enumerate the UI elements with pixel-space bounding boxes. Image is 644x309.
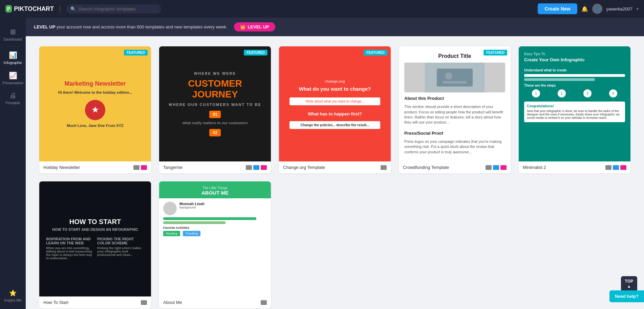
level-up-btn-label: LEVEL UP [248, 24, 269, 29]
username-label: yawerka2007 [606, 6, 632, 12]
thumb-minimalist-step2: 2 [558, 89, 566, 97]
thumb-changeorg-content: change.org What do you want to change? W… [279, 46, 391, 161]
thumb-aboutme-profile-row: Monnah Lisah Background [163, 202, 267, 215]
blue-icon-tangerine [253, 165, 259, 170]
thumb-holiday-sub: Hi there! Welcome to the holiday edition… [58, 90, 132, 94]
top-button[interactable]: TOP ▲ [621, 276, 637, 292]
template-card-holiday-newsletter[interactable]: FEATURED Marketing Newsletter Hi there! … [39, 46, 151, 173]
sidebar-item-inspire[interactable]: ⭐ Inspire Me [4, 289, 21, 302]
template-card-howto[interactable]: HOW TO START HOW TO START AND DESIGN AN … [39, 181, 151, 308]
sidebar-item-infographic[interactable]: 📊 Infographic [0, 48, 26, 68]
thumb-howto-col1-title: INSPIRATION FROM AND LEARN ON THE WEB [46, 237, 93, 245]
featured-badge-tangerine: FEATURED [244, 50, 267, 56]
svg-rect-1 [437, 69, 473, 87]
template-thumb-holiday: FEATURED Marketing Newsletter Hi there! … [39, 46, 151, 161]
template-card-crowdfunding[interactable]: FEATURED Product Title About this Produc… [399, 46, 511, 173]
thumb-crowdfunding-about: About this Product [404, 96, 444, 101]
avatar-icon: 👤 [595, 6, 600, 12]
thumb-howto-content: HOW TO START HOW TO START AND DESIGN AN … [39, 181, 151, 296]
thumb-aboutme-activities: Reading Traveling [163, 231, 267, 236]
level-up-button[interactable]: 👑 LEVEL UP [234, 22, 275, 31]
logo[interactable]: P PIKTOCHART [5, 5, 54, 13]
thumb-minimalist-steps-row: 1 2 3 4 [524, 89, 625, 97]
dashboard-icon: ⊞ [10, 28, 16, 36]
template-name-changeorg: Change.org Template [283, 165, 325, 170]
template-icons-holiday [133, 165, 147, 170]
sidebar-item-presentation[interactable]: 📈 Presentation [0, 68, 26, 88]
thumb-aboutme-header: The Little Things ABOUT ME [159, 181, 271, 198]
thumb-howto-col2-title: PICKING THE RIGHT COLOR SCHEME [97, 237, 144, 245]
thumb-tangerine-main: CUSTOMER JOURNEY [165, 78, 265, 100]
template-card-tangerine[interactable]: FEATURED WHERE WE WERE CUSTOMER JOURNEY … [159, 46, 271, 173]
template-name-holiday: Holiday Newsletter [43, 165, 80, 170]
sidebar-item-printable[interactable]: 🖨 Printable [0, 88, 26, 108]
thumb-crowdfunding-content: Product Title About this Product This se… [399, 46, 511, 161]
top-label: TOP [625, 279, 633, 284]
presentation-icon: 📈 [9, 71, 17, 80]
template-icons-crowdfunding [486, 165, 507, 170]
level-up-icon: 👑 [240, 24, 245, 29]
blue-icon-minimalist2 [613, 165, 619, 170]
template-name-tangerine: Tangerine [163, 165, 183, 170]
pink-icon-crowdfunding [500, 165, 507, 170]
template-icons-changeorg [381, 165, 387, 170]
thumb-crowdfunding-press: Press/Social Proof [404, 131, 443, 136]
template-icons-tangerine [246, 165, 267, 170]
thumb-aboutme-name: Monnah Lisah [179, 202, 267, 206]
thumb-changeorg-box2: Change the policies... describe the resu… [289, 121, 380, 129]
template-icons-aboutme [261, 300, 267, 305]
sidebar-item-dashboard[interactable]: ⊞ Dashboard [0, 24, 26, 45]
thumb-minimalist-content: Easy Tips To Create Your Own Infographic… [519, 46, 630, 161]
infographic-icon: 📊 [9, 51, 17, 59]
template-footer-changeorg: Change.org Template [279, 161, 391, 173]
nav-divider: | [59, 5, 61, 13]
pink-icon-holiday [141, 165, 147, 170]
need-help-button[interactable]: Need help? [609, 290, 644, 302]
banner-plain: your account now and access more than 60… [57, 24, 227, 29]
thumb-aboutme-title: ABOUT ME [162, 190, 268, 196]
thumb-minimalist-bar2 [524, 78, 595, 81]
banner-text: LEVEL UP your account now and access mor… [34, 24, 227, 29]
main-content: LEVEL UP your account now and access mor… [26, 18, 644, 309]
level-up-banner: LEVEL UP your account now and access mor… [26, 18, 644, 36]
templates-grid-row1: FEATURED Marketing Newsletter Hi there! … [39, 46, 630, 173]
printable-icon: 🖨 [9, 92, 16, 100]
navbar-right: Create New 🔔 👤 yawerka2007 ▾ [538, 3, 639, 14]
template-card-minimalist2[interactable]: Easy Tips To Create Your Own Infographic… [519, 46, 630, 173]
thumb-howto-col2: PICKING THE RIGHT COLOR SCHEME Picking t… [97, 237, 144, 260]
thumb-tangerine-content: WHERE WE WERE CUSTOMER JOURNEY WHERE OUR… [159, 46, 271, 161]
template-name-minimalist2: Minimalist 2 [523, 165, 546, 170]
thumb-tangerine-sub2: WHERE OUR CUSTOMERS WANT TO BE [169, 103, 261, 107]
thumb-crowdfunding-title: Product Title [438, 53, 471, 59]
thumb-minimalist-understand: Understand what to create [524, 68, 625, 72]
search-icon: 🔍 [70, 6, 76, 12]
thumb-aboutme-desc: Background [179, 206, 267, 209]
thumb-minimalist-tip: Easy Tips To [524, 52, 625, 56]
thumb-howto-col1-body: When you are into something, talking abo… [46, 246, 93, 260]
bar-icon-howto [141, 300, 147, 305]
thumb-minimalist-congrats-title: Congratulations! [527, 104, 622, 108]
thumb-aboutme-body: Monnah Lisah Background Favorite Activit… [159, 198, 271, 240]
template-thumb-howto: HOW TO START HOW TO START AND DESIGN AN … [39, 181, 151, 296]
template-card-aboutme[interactable]: The Little Things ABOUT ME Monnah Lisah … [159, 181, 271, 308]
thumb-changeorg-q2: What has to happen first? [308, 111, 362, 116]
template-card-changeorg[interactable]: FEATURED change.org What do you want to … [279, 46, 391, 173]
thumb-holiday-footer: Much Love, Jane Doe From XYZ [67, 124, 123, 128]
sidebar-label-dashboard: Dashboard [4, 37, 22, 41]
thumb-crowdfunding-body: This section should provide a short desc… [404, 104, 505, 125]
thumb-aboutme-avatar [163, 202, 177, 215]
thumb-tangerine-badge: 01 [209, 111, 220, 118]
create-new-button[interactable]: Create New [538, 3, 577, 14]
thumb-howto-col2-body: Picking the right colors makes your info… [97, 246, 144, 257]
chevron-down-icon[interactable]: ▾ [637, 7, 639, 11]
thumb-changeorg-site: change.org [325, 79, 345, 83]
thumb-aboutme-fav-title: Favorite Activities [163, 226, 267, 229]
thumb-minimalist-main: Create Your Own Infographic [524, 57, 625, 62]
sidebar-label-presentation: Presentation [2, 81, 23, 85]
featured-badge-changeorg: FEATURED [364, 50, 387, 56]
thumb-minimalist-congrats-body: Now that your infographic is done, be su… [527, 109, 622, 119]
blue-icon-crowdfunding [493, 165, 499, 170]
bell-icon[interactable]: 🔔 [581, 6, 588, 12]
template-footer-crowdfunding: Crowdfunding Template [399, 161, 511, 173]
search-input[interactable] [66, 4, 161, 14]
